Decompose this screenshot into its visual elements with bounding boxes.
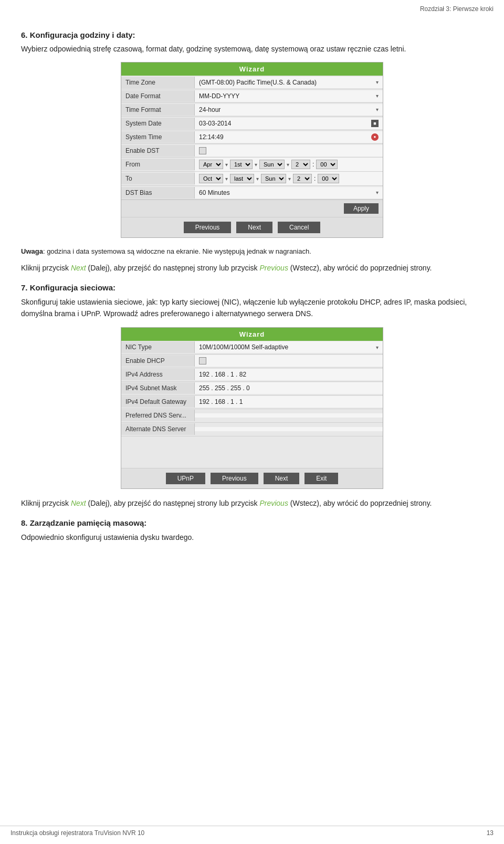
body1-mid: (Dalej), aby przejść do następnej strony… bbox=[86, 264, 260, 272]
section6-title: 6. Konfiguracja godziny i daty: bbox=[21, 30, 135, 39]
gw-label: IPv4 Default Gateway bbox=[121, 396, 195, 408]
df-value: MM-DD-YYYY ▾ bbox=[195, 90, 383, 102]
to-month-select[interactable]: Oct bbox=[199, 174, 223, 183]
wizard2-next-button[interactable]: Next bbox=[264, 473, 300, 484]
from-hour-select[interactable]: 2 bbox=[291, 160, 310, 169]
from-week-select[interactable]: 1st bbox=[230, 160, 253, 169]
nic-value: 10M/100M/1000M Self-adaptive ▾ bbox=[195, 341, 383, 353]
clock-icon[interactable]: ● bbox=[371, 133, 379, 141]
note-bold: Uwaga bbox=[21, 247, 43, 255]
apply-button[interactable]: Apply bbox=[344, 203, 379, 214]
section8-title: 8. Zarządzanie pamięcią masową: bbox=[21, 518, 146, 527]
from-day-select[interactable]: Sun bbox=[259, 160, 285, 169]
wizard1-next-button[interactable]: Next bbox=[236, 222, 272, 233]
wizard1-footer: Previous Next Cancel bbox=[121, 217, 383, 237]
section6-bodytext: Kliknij przycisk Next (Dalej), aby przej… bbox=[21, 262, 483, 274]
tf-text: 24-hour bbox=[199, 106, 220, 113]
body1-pre: Kliknij przycisk bbox=[21, 264, 71, 272]
wizard2-upnp-button[interactable]: UPnP bbox=[166, 473, 205, 484]
from-colon: : bbox=[312, 161, 314, 168]
footer-left: Instrukcja obsługi rejestratora TruVisio… bbox=[10, 829, 144, 837]
to-day-arrow: ▾ bbox=[288, 176, 291, 182]
header-title: Rozdział 3: Pierwsze kroki bbox=[420, 5, 494, 13]
calendar-icon[interactable]: ■ bbox=[371, 120, 379, 127]
wizard1-body: Time Zone (GMT-08:00) Pacific Time(U.S. … bbox=[121, 76, 383, 237]
dstbias-text: 60 Minutes bbox=[199, 189, 230, 196]
body2-mid: (Dalej), aby przejść do następnej strony… bbox=[86, 499, 260, 507]
wizard1-row-dstbias: DST Bias 60 Minutes ▾ bbox=[121, 186, 383, 200]
section6-note: Uwaga: godzina i data systemowa są widoc… bbox=[21, 246, 483, 257]
to-day-select[interactable]: Sun bbox=[261, 174, 286, 183]
from-min-select[interactable]: 00 bbox=[316, 160, 338, 169]
dhcp-checkbox[interactable] bbox=[199, 357, 206, 364]
to-hour-select[interactable]: 2 bbox=[293, 174, 312, 183]
dst-checkbox[interactable] bbox=[199, 147, 206, 154]
tz-label: Time Zone bbox=[121, 77, 195, 88]
to-month-arrow: ▾ bbox=[225, 176, 228, 182]
sd-label: System Date bbox=[121, 118, 195, 129]
dstbias-label: DST Bias bbox=[121, 187, 195, 199]
tz-value: (GMT-08:00) Pacific Time(U.S. & Canada) … bbox=[195, 77, 383, 88]
ipv4-value: 192 . 168 . 1 . 82 bbox=[195, 369, 383, 380]
from-label: From bbox=[121, 159, 195, 170]
to-colon: : bbox=[314, 175, 316, 182]
wizard2-row-ipv4: IPv4 Address 192 . 168 . 1 . 82 bbox=[121, 368, 383, 382]
from-value: Apr ▾ 1st ▾ Sun ▾ 2 : 00 bbox=[195, 158, 383, 171]
from-day-arrow: ▾ bbox=[287, 162, 289, 168]
section8-header: 8. Zarządzanie pamięcią masową: bbox=[21, 518, 483, 527]
wizard1-title: Wizard bbox=[121, 62, 383, 76]
wizard-box-1: Wizard Time Zone (GMT-08:00) Pacific Tim… bbox=[121, 62, 383, 238]
wizard1-row-sysdate: System Date 03-03-2014 ■ bbox=[121, 117, 383, 130]
adns-value bbox=[195, 427, 383, 431]
wizard2-body: NIC Type 10M/100M/1000M Self-adaptive ▾ … bbox=[121, 341, 383, 488]
wizard1-row-dst: Enable DST bbox=[121, 144, 383, 158]
st-value: 12:14:49 ● bbox=[195, 131, 383, 143]
section6-title-text: Konfiguracja godziny i daty: bbox=[28, 30, 135, 39]
section7-bodytext: Kliknij przycisk Next (Dalej), aby przej… bbox=[21, 497, 483, 509]
wizard1-row-systime: System Time 12:14:49 ● bbox=[121, 130, 383, 144]
page-header: Rozdział 3: Pierwsze kroki bbox=[420, 5, 494, 13]
mask-text: 255 . 255 . 255 . 0 bbox=[199, 384, 250, 392]
nic-text: 10M/100M/1000M Self-adaptive bbox=[199, 343, 288, 351]
to-week-select[interactable]: last bbox=[230, 174, 254, 183]
ipv4-label: IPv4 Address bbox=[121, 369, 195, 380]
body2-next: Next bbox=[71, 499, 86, 507]
wizard2-exit-button[interactable]: Exit bbox=[304, 473, 338, 484]
sd-value: 03-03-2014 ■ bbox=[195, 118, 383, 129]
df-arrow: ▾ bbox=[376, 93, 379, 99]
dst-value bbox=[195, 145, 383, 157]
mask-value: 255 . 255 . 255 . 0 bbox=[195, 382, 383, 394]
to-min-select[interactable]: 00 bbox=[318, 174, 339, 183]
st-text: 12:14:49 bbox=[199, 133, 224, 141]
df-text: MM-DD-YYYY bbox=[199, 92, 239, 100]
wizard1-cancel-button[interactable]: Cancel bbox=[278, 222, 320, 233]
wizard1-apply-row: Apply bbox=[121, 200, 383, 217]
dst-label: Enable DST bbox=[121, 145, 195, 157]
from-week-arrow: ▾ bbox=[255, 162, 257, 168]
section6-number: 6. bbox=[21, 30, 28, 39]
body2-prev: Previous bbox=[259, 499, 288, 507]
nic-label: NIC Type bbox=[121, 341, 195, 353]
section8-number: 8. bbox=[21, 518, 28, 527]
wizard1-row-timezone: Time Zone (GMT-08:00) Pacific Time(U.S. … bbox=[121, 76, 383, 89]
wizard2-row-dhcp: Enable DHCP bbox=[121, 355, 383, 368]
section7-intro: Skonfiguruj takie ustawienia sieciowe, j… bbox=[21, 296, 483, 320]
wizard1-prev-button[interactable]: Previous bbox=[184, 222, 232, 233]
from-dst-content: Apr ▾ 1st ▾ Sun ▾ 2 : 00 bbox=[199, 160, 338, 169]
wizard2-prev-button[interactable]: Previous bbox=[211, 473, 258, 484]
tf-arrow: ▾ bbox=[376, 107, 379, 112]
from-month-select[interactable]: Apr bbox=[199, 160, 223, 169]
to-week-arrow: ▾ bbox=[256, 176, 259, 182]
wizard2-spacer bbox=[121, 436, 383, 468]
tz-text: (GMT-08:00) Pacific Time(U.S. & Canada) bbox=[199, 79, 317, 86]
pdns-label: Preferred DNS Serv... bbox=[121, 410, 195, 421]
wizard-box-2: Wizard NIC Type 10M/100M/1000M Self-adap… bbox=[121, 327, 383, 489]
wizard1-row-timeformat: Time Format 24-hour ▾ bbox=[121, 103, 383, 117]
section6-intro: Wybierz odpowiednią strefę czasową, form… bbox=[21, 44, 483, 55]
wizard1-row-from: From Apr ▾ 1st ▾ Sun ▾ 2 : 00 bbox=[121, 158, 383, 172]
dhcp-label: Enable DHCP bbox=[121, 355, 195, 367]
wizard2-title: Wizard bbox=[121, 328, 383, 341]
mask-label: IPv4 Subnet Mask bbox=[121, 382, 195, 394]
body1-prev: Previous bbox=[259, 264, 288, 272]
section6-header: 6. Konfiguracja godziny i daty: bbox=[21, 30, 483, 39]
